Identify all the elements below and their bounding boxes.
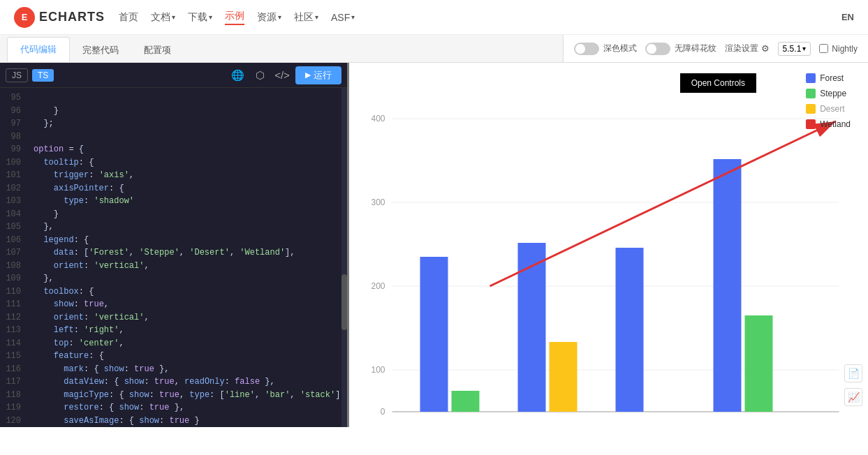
svg-text:400: 400 <box>371 114 385 124</box>
run-button[interactable]: ▶ 运行 <box>295 66 341 84</box>
legend-label-desert: Desert <box>820 104 844 114</box>
nightly-toggle[interactable]: Nightly <box>819 44 858 54</box>
legend-color-forest <box>806 73 816 83</box>
tab-full-code[interactable]: 完整代码 <box>70 38 131 62</box>
code-icon-btn[interactable]: </> <box>273 66 291 84</box>
nav-resources[interactable]: 资源▾ <box>257 11 281 24</box>
logo-text: ECHARTS <box>39 10 105 24</box>
settings-icon: ⚙ <box>761 43 770 54</box>
chart-legend: Forest Steppe Desert Wetland <box>806 73 851 129</box>
svg-rect-14 <box>616 248 644 412</box>
code-content: } }; option = { tooltip: { trigger: 'axi… <box>27 88 341 427</box>
dark-mode-toggle[interactable]: 深色模式 <box>574 43 637 55</box>
main-nav: 首页 文档▾ 下载▾ 示例 资源▾ 社区▾ ASF▾ <box>119 10 355 25</box>
nav-download[interactable]: 下载▾ <box>188 11 212 24</box>
scrollbar-vertical[interactable] <box>341 88 347 427</box>
legend-color-steppe <box>806 89 816 98</box>
nav-home[interactable]: 首页 <box>119 11 138 24</box>
open-controls-button[interactable]: Open Controls <box>680 73 756 93</box>
code-toolbar: JS TS 🌐 ⬡ </> ▶ 运行 <box>0 63 347 88</box>
globe-icon-btn[interactable]: 🌐 <box>228 66 247 84</box>
legend-item-forest: Forest <box>806 73 851 83</box>
legend-label-wetland: Wetland <box>820 119 851 129</box>
chart-icon[interactable]: 📈 <box>844 388 862 406</box>
no-barrier-label: 无障碍花纹 <box>675 43 716 54</box>
nightly-checkbox[interactable] <box>819 44 828 53</box>
svg-rect-11 <box>452 391 480 412</box>
legend-item-wetland: Wetland <box>806 119 851 129</box>
tab-config[interactable]: 配置项 <box>131 38 184 62</box>
nav-asf[interactable]: ASF▾ <box>331 12 355 23</box>
svg-text:100: 100 <box>371 365 385 375</box>
svg-rect-10 <box>420 257 448 412</box>
svg-text:200: 200 <box>371 281 385 291</box>
nav-examples[interactable]: 示例 <box>225 10 244 25</box>
preview-area: Open Controls Forest Steppe Desert Wet <box>349 63 868 427</box>
nav-docs[interactable]: 文档▾ <box>151 11 175 24</box>
ts-button[interactable]: TS <box>32 69 54 82</box>
document-icon[interactable]: 📄 <box>844 364 862 382</box>
legend-item-desert: Desert <box>806 104 851 114</box>
svg-rect-16 <box>745 315 773 412</box>
svg-rect-12 <box>518 243 546 412</box>
legend-color-desert <box>806 104 816 114</box>
legend-color-wetland <box>806 119 816 129</box>
right-icons: 📄 📈 <box>844 364 862 406</box>
svg-text:0: 0 <box>381 407 385 417</box>
svg-rect-15 <box>714 159 742 412</box>
logo[interactable]: E ECHARTS <box>14 7 105 28</box>
svg-line-18 <box>490 121 836 286</box>
no-barrier-switch[interactable] <box>645 43 670 55</box>
main-area: JS TS 🌐 ⬡ </> ▶ 运行 9596979899 1001011021… <box>0 63 868 427</box>
tab-bar: 代码编辑 完整代码 配置项 <box>0 35 184 62</box>
no-barrier-toggle[interactable]: 无障碍花纹 <box>645 43 716 55</box>
js-button[interactable]: JS <box>6 68 28 82</box>
version-arrow-icon: ▾ <box>802 45 806 52</box>
top-nav: E ECHARTS 首页 文档▾ 下载▾ 示例 资源▾ 社区▾ ASF▾ EN <box>0 0 868 35</box>
chart-container: Open Controls Forest Steppe Desert Wet <box>349 63 868 427</box>
code-editor: JS TS 🌐 ⬡ </> ▶ 运行 9596979899 1001011021… <box>0 63 349 427</box>
tab-code-edit[interactable]: 代码编辑 <box>7 37 70 62</box>
logo-icon: E <box>14 7 35 28</box>
lang-switch[interactable]: EN <box>841 12 854 22</box>
nav-community[interactable]: 社区▾ <box>294 11 318 24</box>
legend-label-steppe: Steppe <box>820 89 846 98</box>
line-numbers: 9596979899 100101102103104 1051061071081… <box>0 88 27 427</box>
preview-controls: 深色模式 无障碍花纹 渲染设置 ⚙ 5.5.1 ▾ Nightly <box>563 35 868 62</box>
chart-svg: 400 300 200 100 0 <box>349 63 868 427</box>
svg-rect-13 <box>550 342 578 412</box>
legend-label-forest: Forest <box>820 73 844 83</box>
dark-mode-switch[interactable] <box>574 43 599 55</box>
legend-item-steppe: Steppe <box>806 89 851 98</box>
dark-mode-label: 深色模式 <box>603 43 637 54</box>
render-settings[interactable]: 渲染设置 ⚙ <box>725 43 770 54</box>
nightly-label: Nightly <box>832 44 858 54</box>
svg-text:300: 300 <box>371 197 385 207</box>
version-selector[interactable]: 5.5.1 ▾ <box>778 42 811 56</box>
cube-icon-btn[interactable]: ⬡ <box>251 66 269 84</box>
